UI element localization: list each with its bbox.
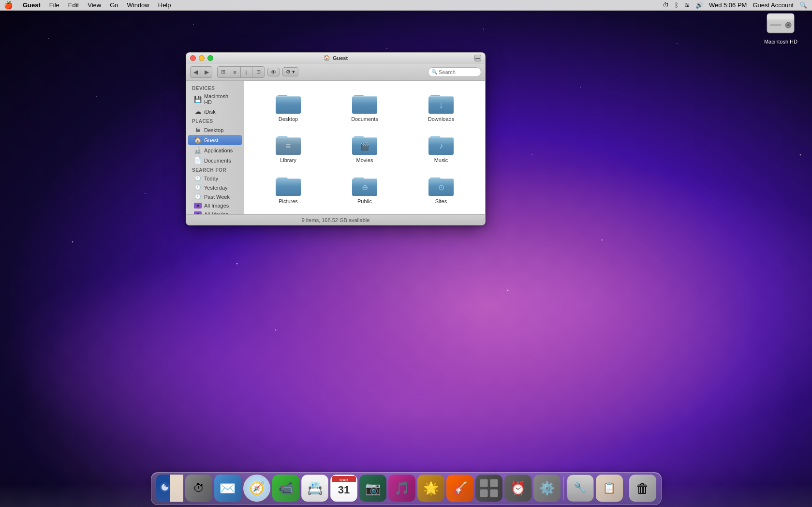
dock: ⏱ ✉️ 🧭 📹	[0, 463, 812, 507]
sidebar-item-all-movies[interactable]: ■ All Movies	[188, 210, 242, 214]
apple-menu[interactable]: 🍎	[4, 1, 13, 10]
folder-library[interactable]: Library	[252, 130, 325, 167]
svg-text:MAR: MAR	[340, 478, 348, 482]
folder-downloads[interactable]: Downloads	[405, 89, 477, 126]
user-account-display[interactable]: Guest Account	[752, 1, 795, 9]
action-button[interactable]: ⚙ ▾	[282, 67, 298, 76]
dock-time-machine[interactable]: ⏱	[185, 475, 212, 502]
dock-preview[interactable]: 📋	[596, 475, 623, 502]
menu-window[interactable]: Window	[123, 0, 153, 10]
search-section-header: SEARCH FOR	[186, 165, 244, 174]
dock-ical[interactable]: 31 MAR	[330, 475, 357, 502]
dock-time-machine-2[interactable]: ⏰	[504, 475, 531, 502]
folder-public-label: Public	[357, 198, 372, 204]
sidebar-item-today[interactable]: 🕐 Today	[188, 174, 242, 183]
dock-iphoto[interactable]: 📷	[359, 475, 386, 502]
window-close-button[interactable]	[190, 55, 196, 61]
dock-finder[interactable]	[156, 475, 183, 502]
all-images-icon: ■	[194, 203, 202, 209]
folder-sites-label: Sites	[435, 198, 447, 204]
devices-section-header: DEVICES	[186, 84, 244, 92]
column-view-button[interactable]: ⫿	[241, 67, 252, 77]
yesterday-label: Yesterday	[204, 185, 228, 191]
sidebar-item-all-images[interactable]: ■ All Images	[188, 201, 242, 210]
folder-music-label: Music	[434, 157, 448, 163]
sidebar-item-idisk[interactable]: ☁ iDisk	[188, 106, 242, 117]
menu-edit[interactable]: Edit	[64, 0, 83, 10]
finder-toolbar: ◀ ▶ ⊞ ≡ ⫿ ⊡ 👁 ⚙ ▾ 🔍	[186, 63, 485, 81]
bluetooth-menubar-icon[interactable]: ᛒ	[674, 1, 679, 9]
sidebar-item-past-week[interactable]: 🕐 Past Week	[188, 192, 242, 201]
dock-mail[interactable]: ✉️	[214, 475, 241, 502]
guest-sidebar-icon: 🏠	[194, 136, 202, 144]
folder-public[interactable]: Public	[328, 171, 401, 208]
menu-go[interactable]: Go	[106, 0, 122, 10]
dock-addressbook[interactable]: 📇	[301, 475, 328, 502]
desktop-sidebar-icon: 🖥	[194, 126, 202, 134]
dock-facetime[interactable]: 📹	[272, 475, 299, 502]
past-week-label: Past Week	[204, 194, 230, 200]
folder-sites[interactable]: Sites	[405, 171, 477, 208]
search-box: 🔍	[428, 67, 481, 77]
folder-documents-label: Documents	[351, 116, 378, 122]
sidebar-item-desktop[interactable]: 🖥 Desktop	[188, 125, 242, 135]
desktop: 🍎 Guest File Edit View Go Window Help ⏱ …	[0, 0, 812, 507]
menu-help[interactable]: Help	[154, 0, 175, 10]
gear-icon: ⚙	[286, 69, 291, 75]
window-title: 🏠 Guest	[324, 55, 348, 61]
dock-trash[interactable]: 🗑	[629, 475, 656, 502]
back-button[interactable]: ◀	[191, 67, 201, 77]
dock-utilities-icon: 🔧	[567, 475, 594, 502]
dock-utilities[interactable]: 🔧	[567, 475, 594, 502]
dock-system-preferences-icon: ⚙️	[533, 475, 561, 502]
folder-movies[interactable]: 🎬 Movies	[328, 130, 401, 167]
dock-finder-icon	[156, 475, 183, 502]
sidebar-item-applications[interactable]: 🔬 Applications	[188, 145, 242, 155]
time-machine-menubar-icon[interactable]: ⏱	[662, 1, 670, 9]
folder-desktop[interactable]: Desktop	[252, 89, 325, 126]
action-dropdown-arrow: ▾	[292, 69, 295, 75]
dock-time-machine-icon: ⏱	[185, 475, 212, 502]
applications-sidebar-label: Applications	[204, 148, 233, 153]
svg-rect-16	[480, 479, 487, 487]
dock-safari[interactable]: 🧭	[243, 475, 270, 502]
folder-pictures[interactable]: Pictures	[252, 171, 325, 208]
folder-documents[interactable]: Documents	[328, 89, 401, 126]
sidebar-item-yesterday[interactable]: 🕐 Yesterday	[188, 183, 242, 192]
volume-menubar-icon[interactable]: 🔊	[694, 1, 704, 9]
window-collapse-button[interactable]: —	[474, 55, 481, 61]
dock-photobooth[interactable]: 🌟	[417, 475, 444, 502]
menu-file[interactable]: File	[45, 0, 63, 10]
dock-preview-icon: 📋	[596, 475, 623, 502]
folder-desktop-label: Desktop	[279, 116, 298, 122]
sidebar-item-documents[interactable]: 📄 Documents	[188, 155, 242, 165]
list-view-button[interactable]: ≡	[229, 67, 241, 77]
forward-button[interactable]: ▶	[201, 67, 212, 77]
macintosh-hd-desktop-icon[interactable]: Macintosh HD	[764, 10, 797, 45]
quick-look-button[interactable]: 👁	[267, 68, 280, 76]
idisk-label: iDisk	[204, 109, 216, 115]
finder-window: 🏠 Guest — ◀ ▶ ⊞ ≡ ⫿ ⊡ 👁 ⚙ ▾	[186, 52, 486, 225]
window-maximize-button[interactable]	[207, 55, 213, 61]
window-title-icon: 🏠	[324, 55, 330, 61]
coverflow-view-button[interactable]: ⊡	[252, 67, 264, 77]
dock-itunes[interactable]: 🎵	[388, 475, 415, 502]
sidebar-item-macintosh-hd[interactable]: 💾 Macintosh HD	[188, 92, 242, 106]
dock-addressbook-icon: 📇	[301, 475, 328, 502]
wifi-menubar-icon[interactable]: ≋	[683, 1, 691, 9]
dock-divider-2	[626, 477, 626, 500]
sidebar-item-guest[interactable]: 🏠 Guest	[188, 135, 242, 145]
menu-finder[interactable]: Guest	[19, 0, 44, 10]
dock-system-preferences[interactable]: ⚙️	[533, 475, 561, 502]
search-input[interactable]	[439, 69, 478, 75]
window-titlebar: 🏠 Guest —	[186, 53, 485, 63]
dock-garageband[interactable]: 🎸	[446, 475, 473, 502]
menu-view[interactable]: View	[84, 0, 105, 10]
window-minimize-button[interactable]	[199, 55, 205, 61]
all-images-label: All Images	[204, 203, 229, 209]
spotlight-icon[interactable]: 🔍	[798, 1, 808, 9]
dock-spaces[interactable]	[475, 475, 502, 502]
menubar-right: ⏱ ᛒ ≋ 🔊 Wed 5:06 PM Guest Account 🔍	[662, 1, 808, 9]
icon-view-button[interactable]: ⊞	[218, 67, 229, 77]
folder-music[interactable]: ♪ Music	[405, 130, 477, 167]
